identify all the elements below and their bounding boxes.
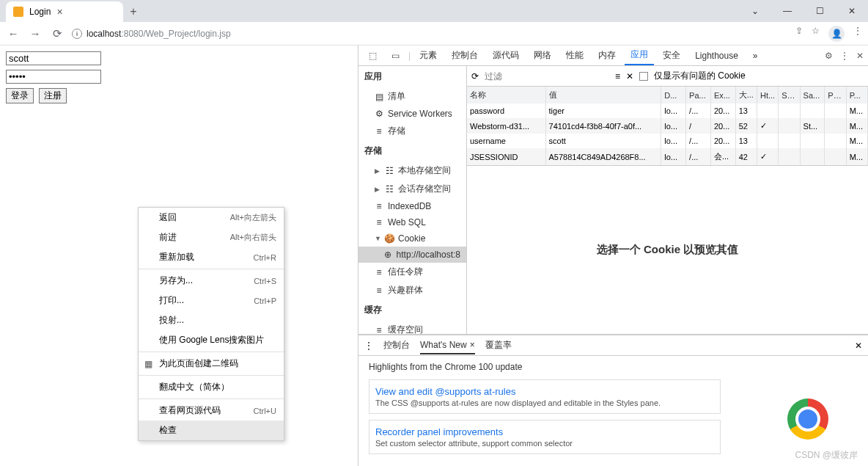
close-devtools-icon[interactable]: ✕ — [856, 51, 864, 61]
tab-application[interactable]: 应用 — [625, 45, 654, 65]
reload-icon[interactable]: ⟳ — [50, 27, 65, 40]
manifest-icon: ▤ — [375, 92, 383, 101]
titlebar: Login × + ⌄ — ☐ ✕ — [0, 0, 868, 22]
nav-storage[interactable]: ≡存储 — [358, 122, 466, 140]
site-info-icon[interactable]: i — [72, 29, 82, 39]
nav-trust[interactable]: ≡信任令牌 — [358, 263, 466, 281]
watermark: CSDN @缓彼岸 — [795, 449, 858, 462]
bookmark-icon[interactable]: ☆ — [812, 26, 820, 42]
nav-sw[interactable]: ⚙Service Workers — [358, 106, 466, 122]
clear-icon[interactable]: ✕ — [626, 71, 633, 81]
tab-security[interactable]: 安全 — [657, 45, 686, 65]
url-port: :8080 — [121, 29, 143, 39]
whatsnew-card[interactable]: Recorder panel improvements Set custom s… — [369, 420, 721, 454]
nav-manifest[interactable]: ▤清单 — [358, 87, 466, 106]
device-toolbar-icon[interactable]: ▭ — [386, 45, 405, 65]
only-issues-checkbox[interactable] — [639, 72, 648, 81]
table-row[interactable]: JSESSIONIDA578814C849AD4268F8...lo.../..… — [467, 148, 868, 165]
db-icon: ☷ — [385, 185, 394, 194]
cookie-table[interactable]: 名称值D...Pa...Ex...大...Ht...Se...Sa...Pa..… — [467, 87, 868, 166]
password-input[interactable] — [6, 70, 101, 84]
table-row[interactable]: usernamescottlo.../...20...13M... — [467, 134, 868, 148]
db-icon: ≡ — [375, 326, 383, 335]
nav-interest[interactable]: ≡兴趣群体 — [358, 281, 466, 299]
nav-session[interactable]: ▶☷会话存储空间 — [358, 180, 466, 198]
back-icon[interactable]: ← — [6, 27, 21, 40]
col-secure[interactable]: Se... — [779, 87, 800, 103]
filter-options-icon[interactable]: ≡ — [615, 71, 620, 81]
db-icon: ≡ — [375, 218, 383, 227]
tab-performance[interactable]: 性能 — [560, 45, 589, 65]
drawer-close-icon[interactable]: ✕ — [855, 341, 862, 351]
ctx-forward[interactable]: 前进Alt+向右箭头 — [139, 227, 284, 247]
favicon — [13, 7, 23, 17]
refresh-icon[interactable]: ⟳ — [471, 71, 479, 81]
context-menu: 返回Alt+向左箭头 前进Alt+向右箭头 重新加载Ctrl+R 另存为...C… — [138, 207, 284, 441]
window-controls: ⌄ — ☐ ✕ — [739, 0, 868, 22]
ctx-cast[interactable]: 投射... — [139, 310, 284, 330]
nav-websql[interactable]: ≡Web SQL — [358, 214, 466, 230]
col-size[interactable]: 大... — [735, 87, 757, 103]
minimize-icon[interactable]: — — [771, 0, 803, 22]
cookie-toolbar: ⟳ ≡ ✕ 仅显示有问题的 Cookie — [467, 66, 868, 87]
ctx-reload[interactable]: 重新加载Ctrl+R — [139, 247, 284, 267]
filter-input[interactable] — [485, 71, 609, 81]
inspect-element-icon[interactable]: ⬚ — [363, 45, 383, 65]
url-box[interactable]: i localhost:8080/Web_Project/login.jsp — [72, 29, 788, 39]
share-icon[interactable]: ⇪ — [795, 26, 803, 42]
ctx-translate[interactable]: 翻成中文（简体） — [139, 377, 284, 397]
register-button[interactable]: 注册 — [39, 88, 67, 103]
tab-elements[interactable]: 元素 — [413, 45, 443, 65]
ctx-print[interactable]: 打印...Ctrl+P — [139, 291, 284, 310]
col-name[interactable]: 名称 — [467, 87, 545, 103]
kebab-icon[interactable]: ⋮ — [840, 51, 849, 61]
ctx-saveas[interactable]: 另存为...Ctrl+S — [139, 271, 284, 291]
nav-cookie-host[interactable]: ⊕http://localhost:8 — [358, 247, 466, 263]
tab-network[interactable]: 网络 — [528, 45, 557, 65]
settings-icon[interactable]: ⚙ — [825, 51, 833, 61]
card-title: Recorder panel improvements — [375, 426, 714, 437]
col-path[interactable]: Pa... — [686, 87, 711, 103]
username-input[interactable] — [6, 51, 101, 65]
close-icon[interactable]: × — [470, 340, 475, 350]
drawer-tab-console[interactable]: 控制台 — [383, 339, 410, 352]
nav-cookie[interactable]: ▼🍪Cookie — [358, 230, 466, 247]
caret-down-icon[interactable]: ⌄ — [739, 0, 771, 22]
ctx-lens[interactable]: 使用 Google Lens搜索图片 — [139, 330, 284, 350]
col-domain[interactable]: D... — [661, 87, 686, 103]
forward-icon[interactable]: → — [28, 27, 43, 40]
col-expires[interactable]: Ex... — [710, 87, 735, 103]
login-button[interactable]: 登录 — [6, 88, 34, 103]
browser-tab[interactable]: Login × — [6, 1, 123, 22]
drawer-tab-whatsnew[interactable]: What's New× — [420, 340, 475, 354]
profile-avatar[interactable]: 👤 — [828, 26, 845, 42]
drawer-kebab[interactable]: ⋮ — [364, 341, 373, 351]
close-window-icon[interactable]: ✕ — [836, 0, 868, 22]
tab-sources[interactable]: 源代码 — [487, 45, 525, 65]
tab-close-icon[interactable]: × — [56, 6, 62, 18]
table-row[interactable]: Webstorm-d31...74101cd4-f3b8-40f7-a0f...… — [467, 118, 868, 134]
nav-idb[interactable]: ≡IndexedDB — [358, 198, 466, 214]
ctx-back[interactable]: 返回Alt+向左箭头 — [139, 208, 284, 227]
col-priority[interactable]: P... — [846, 87, 867, 103]
col-partition[interactable]: Pa... — [825, 87, 846, 103]
tab-console[interactable]: 控制台 — [446, 45, 484, 65]
col-same[interactable]: Sa... — [800, 87, 825, 103]
col-http[interactable]: Ht... — [757, 87, 778, 103]
ctx-qr[interactable]: ▦为此页面创建二维码 — [139, 354, 284, 374]
nav-application: 应用 — [358, 66, 466, 87]
drawer-tab-coverage[interactable]: 覆盖率 — [485, 339, 512, 352]
tab-memory[interactable]: 内存 — [592, 45, 622, 65]
new-tab-button[interactable]: + — [123, 1, 144, 22]
ctx-viewsource[interactable]: 查看网页源代码Ctrl+U — [139, 401, 284, 421]
maximize-icon[interactable]: ☐ — [803, 0, 836, 22]
ctx-inspect[interactable]: 检查 — [139, 421, 284, 440]
nav-local[interactable]: ▶☷本地存储空间 — [358, 161, 466, 180]
table-row[interactable]: passwordtigerlo.../...20...13M... — [467, 103, 868, 118]
tab-more[interactable]: » — [747, 45, 764, 65]
nav-cache-storage[interactable]: ≡缓存空间 — [358, 321, 466, 334]
col-value[interactable]: 值 — [545, 87, 661, 103]
tab-lighthouse[interactable]: Lighthouse — [689, 45, 744, 65]
menu-icon[interactable]: ⋮ — [853, 26, 862, 42]
whatsnew-card[interactable]: View and edit @supports at-rules The CSS… — [369, 379, 721, 414]
